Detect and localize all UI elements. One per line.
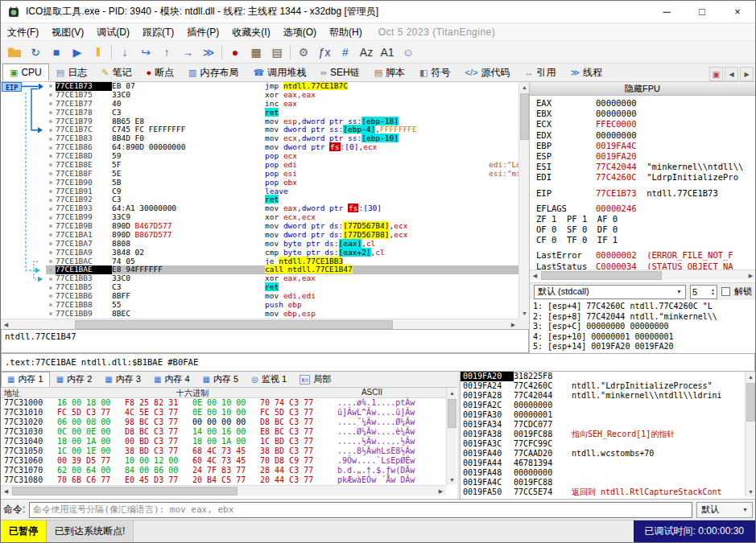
run-to-cursor-button[interactable]: → (177, 43, 198, 62)
breakpoint-dot[interactable] (46, 294, 56, 298)
breakpoint-dot[interactable] (46, 286, 56, 290)
scroll-left-icon[interactable]: ◀ (530, 270, 540, 281)
disasm-vscrollbar[interactable]: ▲ ▼ (518, 82, 529, 319)
tab-log[interactable]: ▤日志 (49, 64, 94, 81)
breakpoint-dot[interactable] (46, 172, 56, 175)
register-row-ebp[interactable]: EBP0019FA4C (536, 141, 756, 151)
tab-scroll-left-button[interactable]: ◀ (725, 67, 738, 81)
menu-favourites[interactable]: 收藏夹(I) (225, 23, 276, 41)
breakpoint-dot[interactable] (46, 163, 56, 167)
dump-tab-dump3[interactable]: ▦内存 3 (98, 372, 147, 387)
scroll-up-icon[interactable]: ▲ (746, 372, 756, 382)
close-button[interactable]: × (720, 1, 755, 23)
dump-tab-dump1[interactable]: ▦内存 1 (1, 372, 50, 387)
scrollbar-thumb[interactable] (448, 399, 456, 428)
scroll-left-icon[interactable]: ◀ (1, 486, 11, 496)
stack-row[interactable]: 0019FA2877C42044ntdll."minkernel\\ntdll\… (461, 391, 746, 401)
disassembly-panel[interactable]: EIP 77CE1B73EB 07jmp ntdll.77CE1B7C77CE1… (1, 82, 518, 319)
register-row-ecx[interactable]: ECXFFEC0000 (536, 119, 756, 130)
stack-row[interactable]: 0019FA4077CAAD20ntdll.wcstombs+70 (461, 449, 746, 459)
argument-row[interactable]: 2: [esp+8] 77C42044 ntdll."minkernel\\ (533, 312, 756, 323)
breakpoint-dot[interactable] (46, 208, 56, 211)
menu-file[interactable]: 文件(F) (1, 23, 45, 41)
log-button[interactable]: ▤ (266, 43, 287, 62)
dump-row[interactable]: 77C3100016 00 18 00F8 25 82 310E 00 10 0… (1, 398, 446, 408)
argument-row[interactable]: 1: [esp+4] 77C4260C ntdll.77C4260C "L (533, 302, 756, 312)
scroll-right-icon[interactable]: ▶ (436, 486, 446, 496)
stack-row[interactable]: 0019FA4C0019FC88 (461, 478, 746, 487)
menu-debug[interactable]: 调试(D) (90, 23, 136, 41)
flags-row[interactable]: ZF 1 PF 1 AF 0 (536, 214, 756, 224)
stack-row[interactable]: 0019FA4800000000 (461, 468, 746, 478)
stack-row[interactable]: 0019FA2477C4260Cntdll."LdrpInitializePro… (461, 381, 746, 391)
register-row-edx[interactable]: EDX00000000 (536, 130, 756, 141)
stack-rows[interactable]: 0019FA20318225F80019FA2477C4260Cntdll."L… (461, 372, 746, 497)
stack-row[interactable]: 0019FA4446781394 (461, 459, 746, 468)
register-row-ebx[interactable]: EBX00000000 (536, 109, 756, 119)
breakpoint-dot[interactable] (46, 242, 56, 245)
command-input[interactable] (29, 502, 692, 518)
dump-tab-locals[interactable]: x=局部 (293, 372, 337, 387)
disasm-hscrollbar[interactable]: ◀ ▶ (1, 319, 518, 329)
stack-row[interactable]: 0019FA20318225F8 (461, 372, 746, 381)
argument-row[interactable]: 4: [esp+10] 00000001 00000001 (533, 332, 756, 343)
disasm-row[interactable]: 77CE1BB98BECmov ebp,esp (46, 310, 518, 319)
step-out-button[interactable]: ↑ (156, 43, 177, 62)
breakpoint-dot[interactable] (46, 278, 56, 281)
registers-hscrollbar[interactable]: ◀ ▶ (530, 269, 756, 280)
register-row-esi[interactable]: ESI77C42044 "minkernel\\ntdll\\ (536, 162, 756, 172)
dump-row[interactable]: 77C310300C 00 0E 00D8 BC C3 7714 00 16 0… (1, 427, 446, 437)
breakpoint-dot[interactable] (46, 102, 56, 105)
breakpoint-dot[interactable] (46, 111, 56, 114)
title-bar[interactable]: ICO提取工具.exe - PID: 3940 - 模块: ntdll.dll … (1, 1, 755, 23)
dump-tab-dump5[interactable]: ▦内存 5 (196, 372, 246, 387)
breakpoint-dot[interactable] (46, 199, 56, 202)
assembler-button[interactable]: A1 (377, 43, 398, 62)
scroll-down-icon[interactable]: ▼ (746, 487, 756, 497)
dump-rows[interactable]: 77C3100016 00 18 00F8 25 82 310E 00 10 0… (1, 398, 446, 485)
dump-row[interactable]: 77C3106000 39 D5 7710 00 12 0060 4C 73 4… (1, 456, 446, 466)
restart-button[interactable]: ↻ (25, 43, 46, 62)
breakpoint-dot[interactable] (46, 269, 56, 272)
dump-row[interactable]: 77C3104018 00 1A 0000 BD C3 7718 00 1A 0… (1, 437, 446, 446)
hide-fpu-button[interactable]: 隐藏FPU (530, 82, 755, 96)
stack-row[interactable]: 0019FA3477CDC077 (461, 420, 746, 430)
maximize-button[interactable]: □ (684, 1, 720, 23)
dump-row[interactable]: 77C310501C 00 1E 0038 BD C3 7768 4C 73 4… (1, 446, 446, 456)
dump-row[interactable]: 77C3107062 00 64 0084 00 86 0024 7F 83 7… (1, 466, 446, 475)
scrollbar-thumb[interactable] (541, 271, 662, 280)
breakpoint-dot[interactable] (46, 146, 56, 150)
stack-vscrollbar[interactable]: ▲ ▼ (745, 372, 755, 497)
menu-trace[interactable]: 跟踪(T) (136, 23, 180, 41)
breakpoint-dot[interactable] (46, 138, 56, 141)
tab-references[interactable]: ↔引用 (517, 64, 563, 81)
stack-row[interactable]: 0019FA2C00000000 (461, 401, 746, 410)
menu-help[interactable]: 帮助(H) (323, 23, 369, 41)
tab-seh-chain[interactable]: ∞SEH链 (313, 64, 367, 81)
register-row-esp[interactable]: ESP0019FA20 (536, 151, 756, 162)
memory-map-button[interactable]: ▦ (246, 43, 266, 62)
breakpoint-dot[interactable] (46, 260, 56, 263)
settings-button[interactable]: ⚙ (293, 43, 314, 62)
breakpoint-dot[interactable] (46, 251, 56, 254)
breakpoint-dot[interactable] (46, 190, 56, 193)
scroll-right-icon[interactable]: ▶ (746, 270, 756, 281)
tab-breakpoints[interactable]: ●断点 (138, 64, 181, 81)
calling-convention-select[interactable]: 默认 (stdcall) ▼ (534, 285, 686, 299)
register-row-edi[interactable]: EDI77C4260C "LdrpInitializePro (536, 172, 756, 183)
flags-row[interactable]: CF 0 TF 0 IF 1 (536, 235, 756, 245)
flags-row[interactable]: OF 0 SF 0 DF 0 (536, 224, 756, 235)
patches-button[interactable]: # (335, 43, 356, 62)
breakpoint-dot[interactable] (46, 224, 56, 228)
unlock-checkbox[interactable] (721, 287, 730, 296)
scrollbar-thumb[interactable] (520, 93, 529, 140)
scrollbar-thumb[interactable] (746, 383, 755, 422)
dump-row[interactable]: 77C31010FC 5D C3 774C 5E C3 770E 00 10 0… (1, 408, 446, 418)
breakpoint-dot[interactable] (46, 120, 56, 123)
scrollbar-thumb[interactable] (12, 487, 238, 496)
breakpoint-dot[interactable] (46, 233, 56, 237)
breakpoint-dot[interactable] (46, 84, 56, 88)
stack-row[interactable]: 0019FA5077CC5E74返回到 ntdll.RtlCaptureStac… (461, 487, 746, 497)
dump-vscrollbar[interactable]: ▲ ▼ (446, 388, 456, 485)
command-convention-select[interactable]: 默认 ▼ (696, 502, 753, 518)
